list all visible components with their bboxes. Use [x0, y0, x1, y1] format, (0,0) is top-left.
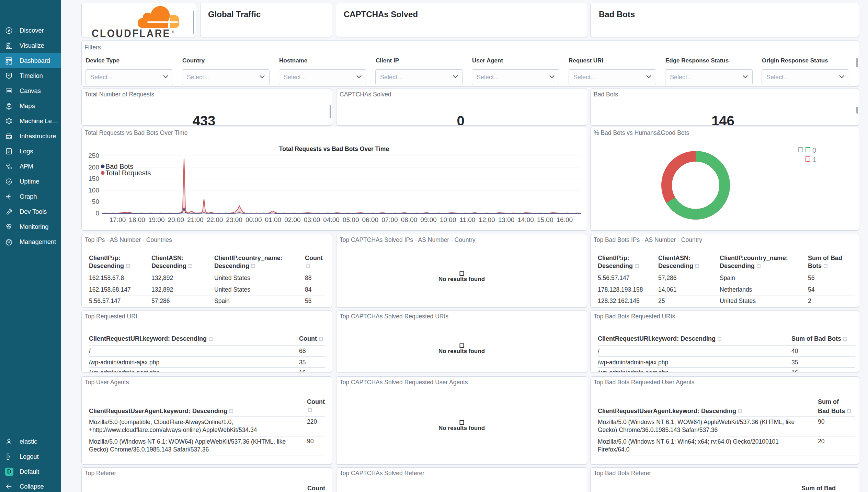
svg-text:05:00: 05:00 — [343, 216, 359, 223]
svg-text:14:00: 14:00 — [517, 216, 534, 223]
svg-text:16:00: 16:00 — [557, 216, 573, 223]
svg-text:11:00: 11:00 — [459, 216, 475, 223]
svg-text:50: 50 — [92, 198, 99, 205]
svg-text:02:00: 02:00 — [284, 216, 301, 223]
svg-text:150: 150 — [88, 175, 99, 182]
svg-text:06:00: 06:00 — [362, 216, 379, 223]
svg-text:13:00: 13:00 — [498, 216, 515, 223]
svg-text:®: ® — [172, 30, 174, 34]
svg-text:18:00: 18:00 — [129, 216, 145, 223]
svg-text:21:00: 21:00 — [187, 216, 204, 223]
svg-text:200: 200 — [88, 164, 99, 171]
svg-text:Total Requests: Total Requests — [105, 169, 151, 177]
svg-text:250: 250 — [88, 152, 99, 159]
svg-text:07:00: 07:00 — [381, 216, 398, 223]
svg-text:08:00: 08:00 — [401, 216, 418, 223]
svg-text:09:00: 09:00 — [420, 216, 437, 223]
svg-text:01:00: 01:00 — [265, 216, 282, 223]
svg-text:CLOUDFLARE: CLOUDFLARE — [92, 27, 171, 37]
svg-text:22:00: 22:00 — [207, 216, 223, 223]
svg-text:0: 0 — [95, 210, 99, 217]
svg-text:100: 100 — [88, 187, 99, 194]
svg-text:15:00: 15:00 — [537, 216, 553, 223]
svg-text:04:00: 04:00 — [323, 216, 340, 223]
svg-text:19:00: 19:00 — [148, 216, 165, 223]
svg-text:10:00: 10:00 — [440, 216, 456, 223]
svg-text:23:00: 23:00 — [226, 216, 242, 223]
svg-text:17:00: 17:00 — [110, 216, 126, 223]
svg-text:0: 0 — [812, 147, 816, 154]
svg-text:20:00: 20:00 — [168, 216, 184, 223]
svg-text:1: 1 — [813, 156, 816, 163]
svg-text:03:00: 03:00 — [304, 216, 320, 223]
svg-text:00:00: 00:00 — [245, 216, 262, 223]
svg-text:Total Requests vs Bad Bots Ove: Total Requests vs Bad Bots Over Time — [279, 145, 389, 152]
svg-text:12:00: 12:00 — [479, 216, 495, 223]
